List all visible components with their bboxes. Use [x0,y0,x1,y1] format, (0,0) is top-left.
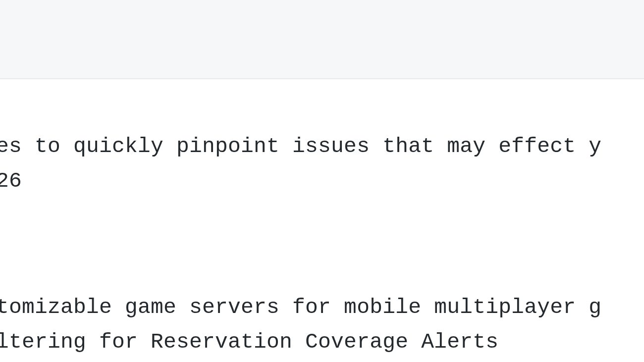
code-content: ices to quickly pinpoint issues that may… [0,79,644,362]
text-line: 1-26 [0,166,22,197]
text-line: ices to quickly pinpoint issues that may… [0,131,601,162]
text-line: Filtering for Reservation Coverage Alert… [0,327,498,358]
header-bar [0,0,644,79]
text-line: istomizable game servers for mobile mult… [0,292,601,323]
